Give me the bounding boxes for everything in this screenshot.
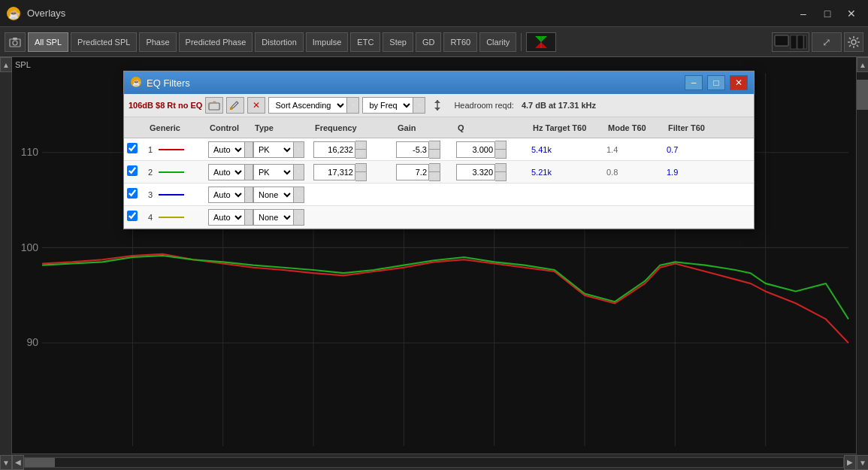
tab-clarity[interactable]: Clarity bbox=[479, 32, 516, 52]
row-filter-t60-0[interactable]: 0.7 bbox=[667, 145, 734, 154]
control-select-arrow-1[interactable]: ▼ bbox=[245, 164, 253, 180]
col-type: Type bbox=[253, 123, 313, 132]
color-arrows-button[interactable] bbox=[526, 32, 556, 52]
freq-input-0[interactable] bbox=[313, 141, 355, 158]
main-area: ▲ ▼ SPL 110 100 90 bbox=[0, 57, 868, 470]
gain-down-0[interactable]: ▼ bbox=[429, 150, 440, 158]
eq-close-button[interactable]: ✕ bbox=[730, 75, 748, 90]
q-input-1[interactable] bbox=[456, 164, 495, 180]
type-select-arrow-2[interactable]: ▼ bbox=[294, 186, 304, 203]
gain-up-1[interactable]: ▲ bbox=[429, 164, 440, 172]
row-gain-1: ▲ ▼ bbox=[396, 163, 456, 181]
scroll-up-button[interactable]: ▲ bbox=[857, 57, 868, 72]
row-check-0[interactable] bbox=[127, 143, 148, 156]
row-type-3: None ▼ bbox=[253, 209, 313, 226]
tab-phase[interactable]: Phase bbox=[139, 32, 176, 52]
freq-up-0[interactable]: ▲ bbox=[355, 141, 366, 150]
tab-impulse[interactable]: Impulse bbox=[306, 32, 349, 52]
freq-down-1[interactable]: ▼ bbox=[355, 172, 366, 180]
row-hz-t60-0[interactable]: 5.41k bbox=[531, 145, 606, 154]
sort-dropdown-arrow[interactable]: ▼ bbox=[347, 97, 359, 114]
scroll-down-button[interactable]: ▼ bbox=[857, 455, 868, 470]
maximize-button[interactable]: □ bbox=[817, 5, 838, 22]
scroll-vertical-thumb[interactable] bbox=[857, 80, 868, 110]
control-select-1[interactable]: Auto bbox=[208, 164, 245, 180]
window-title: Overlays bbox=[27, 8, 787, 19]
q-down-0[interactable]: ▼ bbox=[495, 150, 506, 158]
eq-open-button[interactable] bbox=[205, 97, 223, 114]
control-select-0[interactable]: Auto bbox=[208, 141, 245, 158]
q-up-1[interactable]: ▲ bbox=[495, 164, 506, 172]
tab-distortion[interactable]: Distortion bbox=[255, 32, 303, 52]
type-select-arrow-3[interactable]: ▼ bbox=[294, 209, 304, 226]
freq-spinner-0: ▲ ▼ bbox=[355, 141, 367, 159]
sort-icon[interactable] bbox=[431, 99, 443, 111]
scroll-thumb[interactable] bbox=[25, 458, 55, 467]
tab-predicted-phase[interactable]: Predicted Phase bbox=[179, 32, 253, 52]
freq-down-0[interactable]: ▼ bbox=[355, 150, 366, 158]
q-up-0[interactable]: ▲ bbox=[495, 141, 506, 150]
control-select-2[interactable]: Auto bbox=[208, 186, 245, 203]
row-checkbox-1[interactable] bbox=[127, 165, 138, 176]
gain-up-0[interactable]: ▲ bbox=[429, 141, 440, 150]
minimize-button[interactable]: – bbox=[793, 5, 814, 22]
tab-etc[interactable]: ETC bbox=[350, 32, 380, 52]
row-check-2[interactable] bbox=[127, 188, 148, 201]
freq-input-1[interactable] bbox=[313, 164, 355, 180]
type-select-arrow-1[interactable]: ▼ bbox=[294, 164, 304, 180]
scroll-right-button[interactable]: ▶ bbox=[844, 455, 856, 470]
tab-all-spl[interactable]: All SPL bbox=[28, 32, 68, 52]
control-select-arrow-3[interactable]: ▼ bbox=[245, 209, 253, 226]
tab-gd[interactable]: GD bbox=[416, 32, 442, 52]
svg-text:90: 90 bbox=[26, 336, 38, 348]
freq-up-1[interactable]: ▲ bbox=[355, 164, 366, 172]
control-select-arrow-0[interactable]: ▼ bbox=[245, 141, 253, 158]
eq-minimize-button[interactable]: – bbox=[685, 75, 703, 90]
svg-rect-10 bbox=[797, 35, 803, 49]
bottom-scrollbar: ◀ ▶ bbox=[12, 453, 856, 470]
eq-edit-button[interactable] bbox=[226, 97, 244, 114]
monitor-button[interactable] bbox=[772, 32, 809, 52]
row-check-1[interactable] bbox=[127, 165, 148, 178]
gain-down-1[interactable]: ▼ bbox=[429, 172, 440, 180]
move-button[interactable]: ⤢ bbox=[812, 32, 842, 52]
type-select-0[interactable]: PK bbox=[253, 141, 294, 158]
sort-dropdown[interactable]: Sort Ascending bbox=[268, 97, 347, 114]
q-down-1[interactable]: ▼ bbox=[495, 172, 506, 180]
tab-predicted-spl[interactable]: Predicted SPL bbox=[71, 32, 137, 52]
y-up-button[interactable]: ▲ bbox=[0, 57, 12, 72]
tab-rt60[interactable]: RT60 bbox=[443, 32, 477, 52]
scroll-track[interactable] bbox=[24, 457, 844, 468]
eq-file-label: 106dB $8 Rt no EQ bbox=[129, 101, 202, 110]
row-hz-t60-1[interactable]: 5.21k bbox=[531, 168, 606, 177]
close-button[interactable]: ✕ bbox=[841, 5, 862, 22]
row-control-0: Auto ▼ bbox=[208, 141, 253, 158]
row-type-2: None ▼ bbox=[253, 186, 313, 203]
row-filter-t60-1[interactable]: 1.9 bbox=[667, 168, 734, 177]
eq-delete-button[interactable]: ✕ bbox=[247, 97, 265, 114]
type-select-1[interactable]: PK bbox=[253, 164, 294, 180]
gain-input-0[interactable] bbox=[396, 141, 429, 158]
y-down-button[interactable]: ▼ bbox=[0, 455, 12, 470]
control-select-arrow-2[interactable]: ▼ bbox=[245, 186, 253, 203]
q-input-0[interactable] bbox=[456, 141, 495, 158]
control-select-3[interactable]: Auto bbox=[208, 209, 245, 226]
row-check-3[interactable] bbox=[127, 211, 148, 223]
row-checkbox-0[interactable] bbox=[127, 143, 138, 153]
camera-button[interactable] bbox=[5, 32, 26, 52]
settings-button[interactable] bbox=[844, 32, 863, 52]
type-select-2[interactable]: None bbox=[253, 186, 294, 203]
eq-maximize-button[interactable]: □ bbox=[707, 75, 725, 90]
type-select-arrow-0[interactable]: ▼ bbox=[294, 141, 304, 158]
q-spinner-1: ▲ ▼ bbox=[495, 163, 507, 181]
svg-rect-8 bbox=[775, 35, 788, 46]
type-select-3[interactable]: None bbox=[253, 209, 294, 226]
row-checkbox-3[interactable] bbox=[127, 211, 138, 221]
freq-sort-dropdown[interactable]: by Freq bbox=[362, 97, 413, 114]
scroll-left-button[interactable]: ◀ bbox=[12, 455, 24, 470]
scroll-vertical-track[interactable] bbox=[857, 72, 868, 455]
gain-input-1[interactable] bbox=[396, 164, 429, 180]
row-checkbox-2[interactable] bbox=[127, 188, 138, 199]
tab-step[interactable]: Step bbox=[383, 32, 413, 52]
freq-sort-arrow[interactable]: ▼ bbox=[413, 97, 425, 114]
